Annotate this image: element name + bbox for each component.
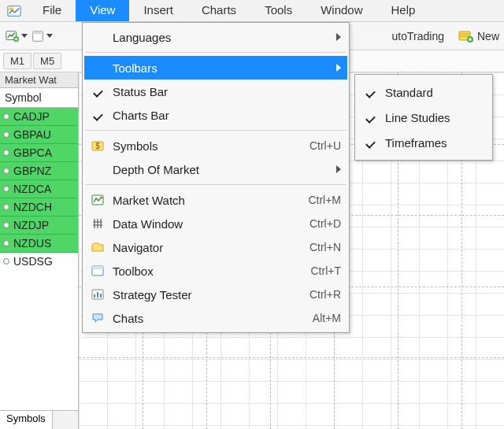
label: Depth Of Market: [113, 163, 328, 176]
view-dropdown: Languages Toolbars Status Bar Charts Bar…: [82, 22, 350, 333]
symbol-row[interactable]: CADJP: [0, 108, 78, 126]
svg-rect-19: [92, 266, 103, 269]
symbol-row[interactable]: GBPCA: [0, 144, 78, 162]
tab-symbols[interactable]: Symbols: [0, 410, 53, 429]
label: Standard: [385, 86, 484, 99]
shortcut: Ctrl+D: [309, 217, 341, 230]
label: Toolbox: [113, 264, 302, 278]
view-toolbars[interactable]: Toolbars: [84, 56, 347, 80]
tf-m1[interactable]: M1: [3, 53, 32, 69]
view-strategy-tester[interactable]: Strategy Tester Ctrl+R: [84, 283, 347, 306]
label: Languages: [113, 31, 328, 44]
label: Chats: [113, 312, 303, 325]
menu-tools[interactable]: Tools: [250, 0, 306, 21]
shortcut: Ctrl+U: [309, 139, 341, 152]
symbol-label: CADJP: [13, 110, 50, 123]
label: Strategy Tester: [113, 288, 300, 301]
symbol-row[interactable]: NZDJP: [0, 216, 78, 235]
check-icon: [92, 109, 103, 120]
shortcut: Ctrl+R: [309, 288, 341, 301]
view-status-bar[interactable]: Status Bar: [84, 80, 347, 103]
label: Line Studies: [385, 111, 484, 124]
view-charts-bar[interactable]: Charts Bar: [84, 103, 347, 127]
svg-rect-21: [94, 294, 95, 298]
label: Charts Bar: [113, 109, 341, 122]
market-watch-title: Market Wat: [0, 72, 78, 88]
symbol-label: NZDJP: [13, 219, 49, 231]
label: Market Watch: [113, 194, 298, 207]
autotrading-label[interactable]: utoTrading: [392, 30, 444, 43]
submenu-arrow-icon: [336, 165, 341, 173]
check-icon: [365, 87, 376, 98]
market-watch-panel: Market Wat Symbol CADJP GBPAU GBPCA GBPN…: [0, 72, 79, 429]
profiles-button[interactable]: [30, 25, 54, 47]
check-icon: [365, 137, 376, 148]
view-languages[interactable]: Languages: [84, 25, 347, 49]
svg-text:$: $: [95, 142, 100, 150]
symbol-row[interactable]: GBPNZ: [0, 162, 78, 180]
symbol-label: NZDCH: [13, 201, 52, 213]
symbol-label: GBPCA: [13, 146, 52, 159]
market-watch-tabs: Symbols: [0, 410, 78, 429]
menu-insert[interactable]: Insert: [129, 0, 187, 21]
menu-file[interactable]: File: [28, 0, 76, 21]
new-order-label: New: [477, 30, 499, 43]
label: Data Window: [113, 217, 300, 231]
menu-help[interactable]: Help: [377, 0, 430, 21]
strategy-tester-icon: [87, 286, 108, 303]
submenu-arrow-icon: [336, 33, 341, 41]
chats-icon: [87, 309, 108, 327]
symbols-icon: $: [87, 137, 108, 154]
view-data-window[interactable]: Data Window Ctrl+D: [84, 212, 347, 235]
menu-charts[interactable]: Charts: [187, 0, 250, 21]
menubar: File View Insert Charts Tools Window Hel…: [0, 0, 504, 22]
market-watch-col-symbol[interactable]: Symbol: [0, 88, 78, 108]
view-chats[interactable]: Chats Alt+M: [84, 306, 347, 330]
navigator-icon: [87, 239, 108, 256]
check-icon: [92, 86, 103, 97]
symbol-label: GBPNZ: [13, 165, 51, 177]
toolbars-timeframes[interactable]: Timeframes: [357, 130, 491, 155]
label: Symbols: [113, 139, 300, 153]
toolbars-standard[interactable]: Standard: [357, 80, 491, 105]
symbol-row[interactable]: NZDUS: [0, 235, 78, 253]
svg-rect-1: [9, 8, 13, 11]
symbol-row[interactable]: USDSG: [0, 253, 78, 270]
view-toolbox[interactable]: Toolbox Ctrl+T: [84, 259, 347, 283]
shortcut: Alt+M: [313, 312, 341, 324]
market-watch-list: CADJP GBPAU GBPCA GBPNZ NZDCA NZDCH NZDJ…: [0, 108, 78, 410]
label: Navigator: [113, 241, 300, 254]
new-chart-button[interactable]: [5, 25, 28, 47]
symbol-label: NZDCA: [13, 183, 51, 195]
label: Toolbars: [113, 61, 328, 75]
symbol-row[interactable]: NZDCA: [0, 180, 78, 198]
data-window-icon: [87, 215, 108, 232]
svg-rect-22: [97, 292, 98, 298]
view-symbols[interactable]: $ Symbols Ctrl+U: [84, 134, 347, 157]
menu-window[interactable]: Window: [306, 0, 376, 21]
symbol-label: NZDUS: [13, 237, 51, 250]
tf-m5[interactable]: M5: [33, 53, 61, 69]
toolbars-line-studies[interactable]: Line Studies: [357, 105, 491, 130]
symbol-label: GBPAU: [13, 128, 51, 141]
market-watch-icon: [87, 191, 108, 209]
symbol-row[interactable]: NZDCH: [0, 198, 78, 216]
view-navigator[interactable]: Navigator Ctrl+N: [84, 235, 347, 259]
shortcut: Ctrl+M: [308, 194, 341, 206]
shortcut: Ctrl+N: [309, 241, 341, 253]
label: Timeframes: [385, 136, 484, 150]
app-icon: [5, 2, 24, 20]
submenu-arrow-icon: [336, 64, 341, 72]
check-icon: [365, 112, 376, 123]
svg-rect-5: [33, 31, 43, 34]
new-order-icon[interactable]: New: [458, 29, 499, 43]
menu-view[interactable]: View: [76, 0, 129, 21]
label: Status Bar: [113, 85, 341, 98]
toolbars-submenu: Standard Line Studies Timeframes: [354, 74, 493, 161]
symbol-label: USDSG: [13, 255, 53, 268]
symbol-row[interactable]: GBPAU: [0, 126, 78, 144]
toolbox-icon: [87, 262, 108, 279]
shortcut: Ctrl+T: [311, 264, 342, 277]
view-market-watch[interactable]: Market Watch Ctrl+M: [84, 188, 347, 212]
view-depth-of-market[interactable]: Depth Of Market: [84, 157, 347, 181]
